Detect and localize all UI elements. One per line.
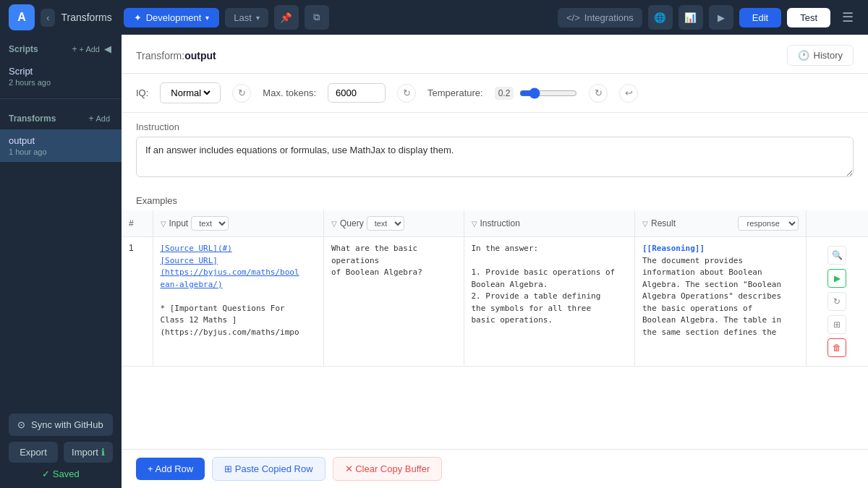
reasoning-tag: [[Reasoning]] xyxy=(642,244,705,253)
run-row-button[interactable]: ▶ xyxy=(827,269,846,288)
app-logo: A xyxy=(9,4,35,30)
pin-icon: 📌 xyxy=(280,12,292,23)
col-actions-header xyxy=(806,210,868,237)
col-result-header: ▽ Result response xyxy=(635,210,807,237)
transform-label: Transform: xyxy=(136,50,184,61)
source-link-2[interactable]: [Source URL](https://byjus.com/maths/boo… xyxy=(161,256,299,289)
actions-cell: 🔍 ▶ ↻ ⊞ xyxy=(806,237,868,367)
chevron-down-icon: ▾ xyxy=(256,14,260,22)
row-num: 1 xyxy=(122,237,153,367)
table-row: 1 [Source URL](#) [Source URL](https://b… xyxy=(122,237,868,367)
instruction-textarea[interactable]: If an answer includes equations or formu… xyxy=(136,137,854,177)
input-cell: [Source URL](#) [Source URL](https://byj… xyxy=(153,237,324,367)
temperature-slider[interactable] xyxy=(519,87,577,99)
max-tokens-input[interactable] xyxy=(328,83,386,103)
refresh-row-button[interactable]: ↻ xyxy=(827,292,846,311)
scripts-collapse-button[interactable]: ◀ xyxy=(103,42,113,56)
instruction-cell: In the answer:1. Provide basic operation… xyxy=(464,237,635,367)
source-link-1[interactable]: [Source URL](#) xyxy=(161,244,232,253)
search-row-button[interactable]: 🔍 xyxy=(827,246,846,265)
play-button[interactable]: ▶ xyxy=(709,5,733,30)
history-button[interactable]: 🕐 History xyxy=(787,45,854,66)
integrations-button[interactable]: </> Integrations xyxy=(558,8,642,27)
chart-button[interactable]: 📊 xyxy=(678,5,703,30)
instruction-label: Instruction xyxy=(136,121,854,132)
row-actions: 🔍 ▶ ↻ ⊞ xyxy=(814,243,861,360)
menu-button[interactable]: ☰ xyxy=(836,7,859,28)
content-header: Transform: output 🕐 History xyxy=(122,35,868,74)
transforms-title: Transforms xyxy=(61,12,111,23)
filter-icon: ▽ xyxy=(472,220,477,228)
filter-icon: ▽ xyxy=(642,220,648,228)
iq-select[interactable]: Normal High Low xyxy=(160,82,221,103)
clear-buffer-button[interactable]: ✕ Clear Copy Buffer xyxy=(333,457,443,481)
export-button[interactable]: Export xyxy=(9,442,58,463)
col-input-header: ▽ Input text xyxy=(153,210,324,237)
sidebar-item-script[interactable]: Script 2 hours ago xyxy=(0,60,122,93)
test-button[interactable]: Test xyxy=(787,8,830,27)
reset-icon: ↩ xyxy=(625,87,633,98)
examples-section: Examples # ▽ Input xyxy=(122,188,868,449)
script-name: Script xyxy=(9,66,113,77)
input-type-select[interactable]: text xyxy=(191,216,229,231)
instruction-section: Instruction If an answer includes equati… xyxy=(122,113,868,188)
filter-icon: ▽ xyxy=(331,220,337,228)
github-sync-button[interactable]: ⊙ Sync with GitHub xyxy=(9,414,113,436)
refresh-icon: ↻ xyxy=(238,87,246,98)
temperature-refresh-button[interactable]: ↻ xyxy=(589,84,608,103)
settings-row: IQ: Normal High Low ↻ Max. tokens: ↻ Tem… xyxy=(122,74,868,113)
temperature-reset-button[interactable]: ↩ xyxy=(619,84,638,103)
iq-refresh-button[interactable]: ↻ xyxy=(232,84,251,103)
last-button[interactable]: Last ▾ xyxy=(225,8,268,27)
col-query-header: ▽ Query text xyxy=(324,210,464,237)
content-area: Transform: output 🕐 History IQ: Normal H… xyxy=(122,35,868,488)
delete-row-button[interactable]: 🗑 xyxy=(827,338,846,357)
examples-table-container: # ▽ Input text xyxy=(122,210,868,449)
col-instruction-header: ▽ Instruction xyxy=(464,210,635,237)
copy-button[interactable]: ⧉ xyxy=(305,5,329,30)
output-name: output xyxy=(9,135,113,146)
plus-icon: + xyxy=(72,44,77,54)
query-type-select[interactable]: text xyxy=(367,216,404,231)
globe-icon: 🌐 xyxy=(654,12,666,23)
temperature-label: Temperature: xyxy=(427,87,483,98)
collapse-icon: ◀ xyxy=(104,43,111,54)
add-row-button[interactable]: + Add Row xyxy=(136,458,205,480)
scripts-add-button[interactable]: + + Add xyxy=(69,43,103,56)
input-cell-content: [Source URL](#) [Source URL](https://byj… xyxy=(161,243,317,338)
main-layout: Scripts + + Add ◀ Script 2 hours ago Tra… xyxy=(0,35,868,488)
examples-header: Examples xyxy=(122,188,868,210)
iq-label: IQ: xyxy=(136,87,148,98)
back-button[interactable]: ‹ xyxy=(41,9,55,27)
col-num-header: # xyxy=(122,210,153,237)
transform-name: output xyxy=(184,50,216,61)
wand-icon: ✦ xyxy=(134,12,142,23)
paste-row-button[interactable]: ⊞ Paste Copied Row xyxy=(212,457,325,481)
sidebar-divider xyxy=(0,98,122,99)
pin-button[interactable]: 📌 xyxy=(274,5,299,30)
edit-button[interactable]: Edit xyxy=(739,8,781,27)
scripts-label: Scripts xyxy=(9,44,69,54)
refresh-icon: ↻ xyxy=(833,296,841,307)
code-icon: </> xyxy=(566,12,580,23)
history-icon: 🕐 xyxy=(798,50,809,61)
transforms-add-button[interactable]: + Add xyxy=(85,112,113,125)
development-button[interactable]: ✦ Development ▾ xyxy=(124,8,220,27)
globe-button[interactable]: 🌐 xyxy=(648,5,673,30)
github-icon: ⊙ xyxy=(17,419,25,430)
sidebar-item-output[interactable]: output 1 hour ago xyxy=(0,129,122,162)
refresh-icon: ↻ xyxy=(403,87,411,98)
query-cell: What are the basic operationsof Boolean … xyxy=(324,237,464,367)
instruction-content: In the answer:1. Provide basic operation… xyxy=(472,243,628,327)
search-icon: 🔍 xyxy=(832,250,843,260)
tokens-refresh-button[interactable]: ↻ xyxy=(397,84,416,103)
table-header-row: # ▽ Input text xyxy=(122,210,868,237)
bottom-bar: + Add Row ⊞ Paste Copied Row ✕ Clear Cop… xyxy=(122,449,868,488)
output-time: 1 hour ago xyxy=(9,147,113,156)
iq-dropdown[interactable]: Normal High Low xyxy=(168,87,213,99)
copy-row-button[interactable]: ⊞ xyxy=(827,315,846,334)
result-type-select[interactable]: response xyxy=(738,216,799,231)
chevron-down-icon: ▾ xyxy=(205,14,209,22)
import-button[interactable]: Import ℹ xyxy=(64,442,113,463)
scripts-section-header: Scripts + + Add ◀ xyxy=(0,35,122,60)
